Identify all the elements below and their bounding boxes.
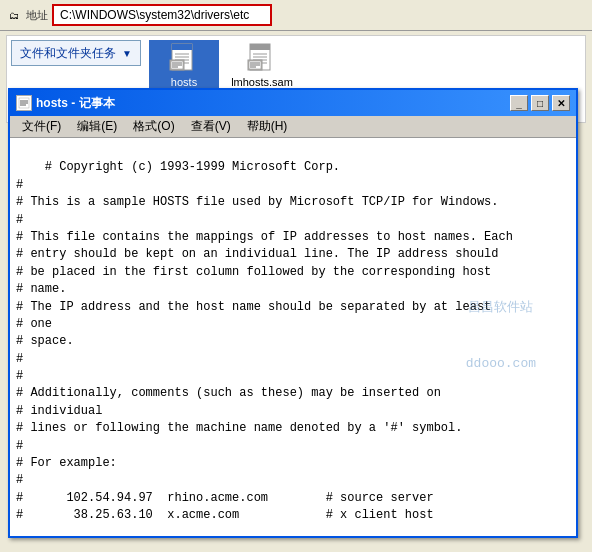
task-panel-label: 文件和文件夹任务 bbox=[20, 45, 116, 62]
hosts-file-icon bbox=[168, 42, 200, 74]
address-icon: 🗂 bbox=[6, 7, 22, 23]
notepad-text: # Copyright (c) 1993-1999 Microsoft Corp… bbox=[16, 160, 513, 532]
close-button[interactable]: ✕ bbox=[552, 95, 570, 111]
menu-view[interactable]: 查看(V) bbox=[183, 116, 239, 137]
window-controls: _ □ ✕ bbox=[510, 95, 570, 111]
menu-format[interactable]: 格式(O) bbox=[125, 116, 182, 137]
watermark: 昌昌软件站 ddooo.com bbox=[466, 261, 536, 412]
watermark-line2: ddooo.com bbox=[466, 355, 536, 374]
chevron-down-icon: ▼ bbox=[122, 48, 132, 59]
address-path: C:\WINDOWS\system32\drivers\etc bbox=[60, 8, 249, 22]
notepad-title: hosts - 记事本 bbox=[36, 95, 506, 112]
task-panel[interactable]: 文件和文件夹任务 ▼ bbox=[11, 40, 141, 66]
maximize-button[interactable]: □ bbox=[531, 95, 549, 111]
address-label: 地址 bbox=[26, 8, 48, 23]
svg-rect-12 bbox=[250, 44, 270, 50]
menu-help[interactable]: 帮助(H) bbox=[239, 116, 296, 137]
notepad-menubar: 文件(F) 编辑(E) 格式(O) 查看(V) 帮助(H) bbox=[10, 116, 576, 138]
notepad-window: hosts - 记事本 _ □ ✕ 文件(F) 编辑(E) 格式(O) 查看(V… bbox=[8, 88, 578, 538]
notepad-content[interactable]: # Copyright (c) 1993-1999 Microsoft Corp… bbox=[10, 138, 576, 532]
menu-edit[interactable]: 编辑(E) bbox=[69, 116, 125, 137]
address-box[interactable]: C:\WINDOWS\system32\drivers\etc bbox=[52, 4, 272, 26]
svg-rect-1 bbox=[172, 44, 192, 50]
notepad-titlebar: hosts - 记事本 _ □ ✕ bbox=[10, 90, 576, 116]
menu-file[interactable]: 文件(F) bbox=[14, 116, 69, 137]
minimize-button[interactable]: _ bbox=[510, 95, 528, 111]
notepad-title-icon bbox=[16, 95, 32, 111]
lmhosts-file-icon bbox=[246, 42, 278, 74]
address-bar-area: 🗂 地址 C:\WINDOWS\system32\drivers\etc bbox=[0, 0, 592, 31]
